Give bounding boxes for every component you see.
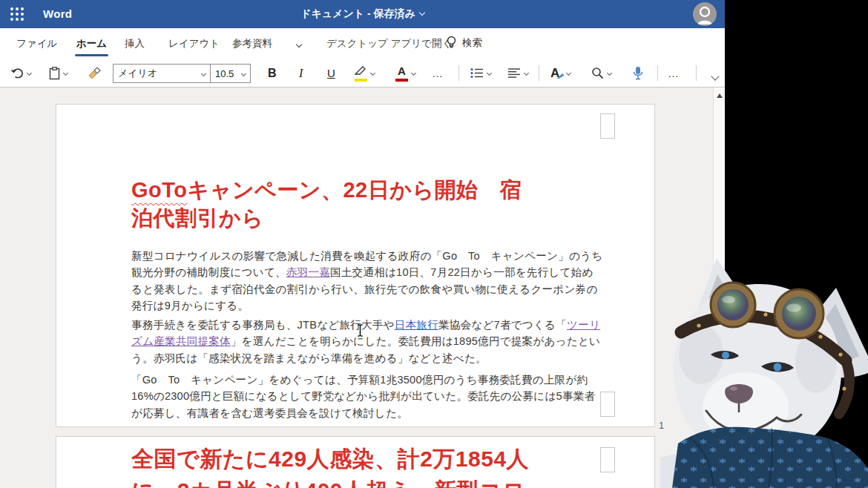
- find-button[interactable]: [591, 59, 611, 87]
- text-run: 発行は9月からにする。: [131, 300, 249, 311]
- document-title-text: ドキュメント - 保存済み: [300, 7, 415, 19]
- lightbulb-icon: [446, 36, 457, 49]
- highlighter-icon: [355, 65, 367, 82]
- article-heading-2: 全国で新たに429人感染、計2万1854人に 2カ月半ぶり400人超え 新型コロ: [131, 443, 636, 488]
- font-name-value: メイリオ: [118, 67, 157, 80]
- underline-button[interactable]: U: [327, 59, 335, 87]
- article-paragraph-2: 事務手続きを委託する事務局も、JTBなど旅行大手や日本旅行業協会など7者でつくる…: [131, 317, 655, 366]
- toolbar-divider: [458, 65, 459, 81]
- document-page-2[interactable]: 全国で新たに429人感染、計2万1854人に 2カ月半ぶり400人超え 新型コロ: [56, 436, 655, 488]
- toolbar-divider: [539, 65, 539, 81]
- screen: Word ドキュメント - 保存済み ファイル ホーム 挿入 レイアウト 参考資…: [0, 0, 868, 488]
- font-name-select[interactable]: メイリオ: [113, 64, 211, 83]
- toolbar-divider: [657, 65, 658, 81]
- hyperlink[interactable]: 赤羽一嘉: [286, 266, 330, 278]
- tab-insert[interactable]: 挿入: [125, 37, 145, 50]
- format-painter-button[interactable]: [88, 59, 101, 87]
- text-run: キャンペーン、22日から開始 宿: [188, 178, 522, 202]
- bold-button[interactable]: B: [268, 59, 277, 87]
- dog-bandana: [672, 427, 868, 488]
- ribbon-tab-row: ファイル ホーム 挿入 レイアウト 参考資料 デスクトップ アプリで開く 検索: [0, 28, 725, 59]
- article-paragraph-1: 新型コロナウイルスの影響で急減した消費を喚起する政府の「Go To キャンペーン…: [131, 248, 655, 314]
- text-run: う。赤羽氏は「感染状況を踏まえながら準備を進める」などと述べた。: [131, 352, 487, 364]
- article-heading-1: GoToキャンペーン、22日から開始 宿泊代割引から: [131, 176, 621, 232]
- tab-references[interactable]: 参考資料: [232, 37, 272, 50]
- text-run: 業協会など7者でつくる「: [438, 319, 567, 331]
- more-commands-button[interactable]: …: [668, 59, 680, 87]
- undo-button[interactable]: [10, 59, 31, 87]
- comment-anchor-box[interactable]: [600, 447, 615, 472]
- comment-anchor-box[interactable]: [600, 392, 615, 417]
- bullet-list-icon: [470, 67, 484, 79]
- chevron-down-icon: [524, 70, 529, 76]
- dictate-button[interactable]: [633, 59, 643, 87]
- tab-home[interactable]: ホーム: [76, 37, 107, 50]
- italic-button[interactable]: I: [299, 59, 303, 87]
- text-cursor-pointer: [357, 323, 364, 337]
- toolbar-divider: [696, 65, 697, 81]
- text-run: ると発表した。まず宿泊代金の割引から行い、旅行先での飲食や買い物に使えるクーポン…: [131, 283, 598, 295]
- text-run: 観光分野の補助制度について、: [131, 266, 286, 278]
- alignment-button[interactable]: [507, 59, 528, 87]
- chevron-down-icon: [370, 70, 375, 76]
- document-page-1[interactable]: GoToキャンペーン、22日から開始 宿泊代割引から 新型コロナウイルスの影響で…: [56, 104, 655, 427]
- search-label: 検索: [462, 37, 482, 48]
- document-canvas: GoToキャンペーン、22日から開始 宿泊代割引から 新型コロナウイルスの影響で…: [0, 88, 725, 488]
- more-tabs-chevron-icon[interactable]: [292, 40, 301, 51]
- styles-button[interactable]: A: [550, 59, 571, 87]
- scroll-up-arrow-icon[interactable]: [717, 93, 723, 98]
- text-run: 」を選んだことを明らかにした。委託費用は1895億円で提案があったとい: [231, 335, 600, 347]
- hyperlink[interactable]: 日本旅行: [395, 319, 438, 331]
- clipboard-icon: [49, 67, 60, 80]
- text-run: 全国で新たに429人感染、計2万1854人: [131, 446, 529, 471]
- open-in-desktop-app-button[interactable]: デスクトップ アプリで開く: [326, 37, 452, 50]
- paste-button[interactable]: [49, 59, 68, 87]
- text-highlight-button[interactable]: [355, 59, 375, 87]
- chevron-down-icon: [566, 70, 571, 76]
- text-run: GoTo: [131, 178, 188, 202]
- microphone-icon: [633, 66, 643, 80]
- text-run: に 2カ月半ぶり400人超え 新型コロ: [131, 478, 525, 488]
- chevron-down-icon: [607, 70, 612, 76]
- text-run: 「Go To キャンペーン」をめぐっては、予算額1兆3500億円のうち事務委託費…: [131, 374, 588, 386]
- format-painter-icon: [88, 67, 101, 80]
- font-color-icon: A: [395, 65, 408, 82]
- text-run: が応募し、有識者を含む選考委員会を設けて検討した。: [131, 407, 408, 419]
- hyperlink[interactable]: ツーリ: [567, 319, 600, 331]
- chevron-down-icon: [411, 70, 416, 76]
- undo-icon: [10, 67, 24, 79]
- text-run: 新型コロナウイルスの影響で急減した消費を喚起する政府の「Go To キャンペーン…: [131, 250, 602, 262]
- chevron-down-icon: [63, 70, 68, 76]
- tab-layout[interactable]: レイアウト: [168, 37, 220, 50]
- styles-icon: A: [550, 67, 559, 80]
- text-run: 16%の2300億円と巨額になるとして野党などから批判が出ていた。委託先の公募に…: [131, 390, 595, 402]
- word-online-app: Word ドキュメント - 保存済み ファイル ホーム 挿入 レイアウト 参考資…: [0, 0, 725, 488]
- home-ribbon-toolbar: メイリオ 10.5 B I U A …: [0, 59, 725, 88]
- chevron-down-icon: [419, 10, 425, 16]
- text-run: 国土交通相は10日、7月22日から一部を先行して始め: [330, 266, 594, 278]
- search-icon: [591, 67, 604, 79]
- chevron-down-icon: [27, 70, 32, 76]
- dog-avatar-character: [660, 243, 868, 488]
- chevron-down-icon: [487, 70, 492, 76]
- font-size-value: 10.5: [215, 68, 234, 79]
- document-title[interactable]: ドキュメント - 保存済み: [0, 7, 725, 21]
- bullet-list-button[interactable]: [470, 59, 491, 87]
- font-size-select[interactable]: 10.5: [210, 64, 251, 83]
- font-color-button[interactable]: A: [395, 59, 415, 87]
- text-run: 事務手続きを委託する事務局も、JTBなど旅行大手や: [131, 319, 395, 331]
- more-font-options-button[interactable]: …: [432, 59, 444, 87]
- collapse-ribbon-chevron[interactable]: [708, 71, 718, 85]
- tab-file[interactable]: ファイル: [16, 37, 57, 50]
- title-bar: Word ドキュメント - 保存済み: [0, 0, 725, 28]
- text-run: 泊代割引から: [131, 206, 263, 230]
- hyperlink[interactable]: ズム産業共同提案体: [131, 335, 231, 347]
- search-control[interactable]: 検索: [446, 36, 482, 50]
- comment-anchor-box[interactable]: [600, 113, 615, 139]
- align-icon: [507, 67, 521, 79]
- article-paragraph-3: 「Go To キャンペーン」をめぐっては、予算額1兆3500億円のうち事務委託費…: [131, 372, 655, 421]
- account-avatar[interactable]: [693, 2, 717, 26]
